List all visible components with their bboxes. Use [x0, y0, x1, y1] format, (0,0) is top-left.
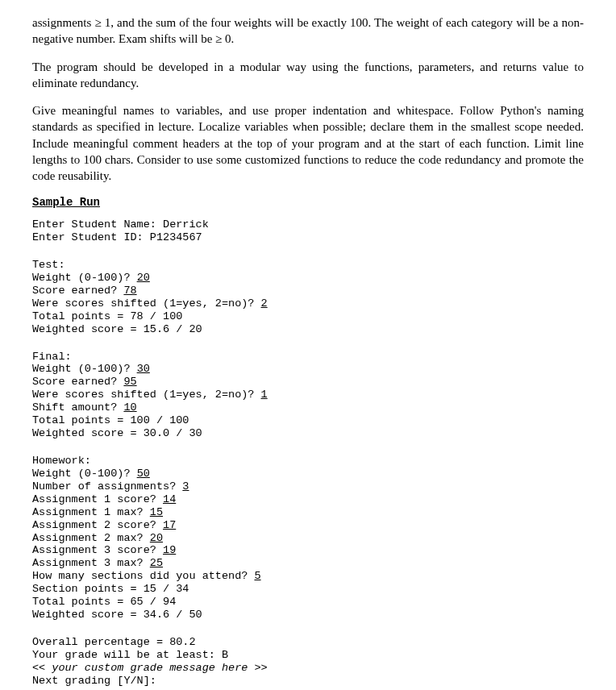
- sample-run-intro: Enter Student Name: Derrick Enter Studen…: [32, 218, 584, 244]
- test-shifted-value: 2: [261, 297, 268, 310]
- hw-sections-prompt: How many sections did you attend?: [32, 570, 254, 582]
- test-weighted: Weighted score = 15.6 / 20: [32, 323, 202, 335]
- test-weight-prompt: Weight (0-100)?: [32, 272, 137, 284]
- hw-numassn-prompt: Number of assignments?: [32, 480, 182, 493]
- overall-percentage: Overall percentage = 80.2: [32, 636, 196, 648]
- hw-a3m-value: 25: [150, 557, 163, 569]
- hw-a3m-prompt: Assignment 3 max?: [32, 557, 150, 569]
- sample-run-final: Final: Weight (0-100)? 30 Score earned? …: [32, 351, 584, 440]
- final-label: Final:: [32, 351, 72, 363]
- paragraph-3: Give meaningful names to variables, and …: [32, 102, 584, 184]
- hw-a3s-value: 19: [163, 544, 176, 556]
- paragraph-2: The program should be developed in a mod…: [32, 59, 584, 92]
- hw-a2s-prompt: Assignment 2 score?: [32, 519, 163, 531]
- hw-a3s-prompt: Assignment 3 score?: [32, 544, 163, 556]
- final-weighted: Weighted score = 30.0 / 30: [32, 427, 202, 439]
- next-grading: Next grading [Y/N]:: [32, 675, 156, 687]
- final-score-value: 95: [123, 376, 136, 388]
- hw-secpts: Section points = 15 / 34: [32, 583, 189, 595]
- hw-a2s-value: 17: [163, 519, 176, 531]
- hw-a1m-value: 15: [150, 506, 163, 518]
- hw-a2m-value: 20: [150, 532, 163, 544]
- hw-sections-value: 5: [254, 570, 260, 582]
- final-weight-prompt: Weight (0-100)?: [32, 363, 137, 375]
- hw-a2m-prompt: Assignment 2 max?: [32, 532, 150, 544]
- test-label: Test:: [32, 259, 65, 271]
- hw-a1s-value: 14: [163, 493, 176, 505]
- hw-a1m-prompt: Assignment 1 max?: [32, 506, 150, 518]
- final-total: Total points = 100 / 100: [32, 414, 189, 426]
- final-weight-value: 30: [137, 363, 150, 375]
- hw-total: Total points = 65 / 94: [32, 596, 176, 608]
- sample-run-homework: Homework: Weight (0-100)? 50 Number of a…: [32, 455, 584, 621]
- hw-a1s-prompt: Assignment 1 score?: [32, 493, 163, 505]
- test-score-value: 78: [123, 285, 136, 297]
- grade-line: Your grade will be at least: B: [32, 649, 228, 661]
- name-line: Enter Student Name: Derrick: [32, 218, 209, 231]
- test-total: Total points = 78 / 100: [32, 310, 182, 322]
- hw-weight-prompt: Weight (0-100)?: [32, 468, 137, 480]
- final-shifted-prompt: Were scores shifted (1=yes, 2=no)?: [32, 389, 261, 401]
- final-shifted-value: 1: [261, 389, 268, 401]
- final-score-prompt: Score earned?: [32, 376, 123, 388]
- test-weight-value: 20: [137, 272, 150, 284]
- sample-run-summary: Overall percentage = 80.2 Your grade wil…: [32, 636, 584, 688]
- hw-weight-value: 50: [137, 468, 150, 480]
- final-shiftamt-prompt: Shift amount?: [32, 401, 123, 414]
- test-shifted-prompt: Were scores shifted (1=yes, 2=no)?: [32, 297, 261, 310]
- hw-weighted: Weighted score = 34.6 / 50: [32, 609, 202, 621]
- test-score-prompt: Score earned?: [32, 285, 123, 297]
- sample-run-heading: Sample Run: [32, 195, 584, 210]
- sample-run-test: Test: Weight (0-100)? 20 Score earned? 7…: [32, 259, 584, 336]
- id-line: Enter Student ID: P1234567: [32, 231, 202, 243]
- final-shiftamt-value: 10: [123, 401, 136, 414]
- hw-label: Homework:: [32, 455, 91, 467]
- custom-message: << your custom grade message here >>: [32, 662, 268, 674]
- hw-numassn-value: 3: [182, 480, 189, 493]
- paragraph-1: assignments ≥ 1, and the sum of the four…: [32, 15, 584, 48]
